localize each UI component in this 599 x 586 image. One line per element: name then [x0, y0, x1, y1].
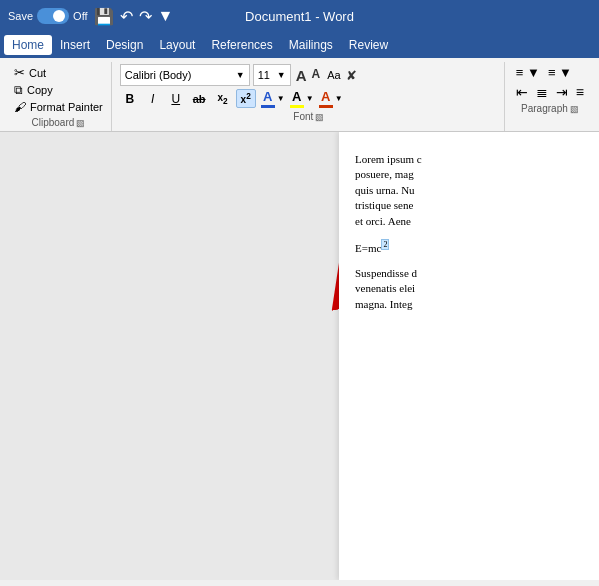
highlight-color-button[interactable]: A [288, 88, 306, 109]
font-section: Calibri (Body) ▼ 11 ▼ A A Aa ✘ B I U ab [114, 62, 505, 131]
highlight-color-letter: A [292, 89, 301, 104]
text-color-letter: A [321, 89, 330, 104]
copy-label: Copy [27, 84, 53, 96]
title-bar: Save Off 💾 ↶ ↷ ▼ Document1 - Word [0, 0, 599, 32]
font-color-bar [261, 105, 275, 108]
highlight-color-wrapper: A ▼ [288, 88, 314, 109]
font-color-dropdown-icon[interactable]: ▼ [277, 94, 285, 103]
copy-icon: ⧉ [14, 83, 23, 97]
font-color-letter: A [263, 89, 272, 104]
font-size-selector[interactable]: 11 ▼ [253, 64, 291, 86]
document-area: Lorem ipsum c posuere, mag quis urna. Nu… [0, 132, 599, 580]
menu-review[interactable]: Review [341, 35, 396, 55]
underline-button[interactable]: U [166, 91, 186, 107]
autosave-switch[interactable] [37, 8, 69, 24]
autosave-toggle[interactable]: Save Off [8, 8, 88, 24]
toggle-state-label: Off [73, 10, 87, 22]
font-size-value: 11 [258, 69, 270, 81]
paragraph-section-label: Paragraph ▧ [513, 101, 587, 117]
font-size-dropdown-icon[interactable]: ▼ [277, 70, 286, 80]
ribbon-row: ✂ Cut ⧉ Copy 🖌 Format Painter Clipboard … [6, 62, 593, 131]
menu-insert[interactable]: Insert [52, 35, 98, 55]
paragraph-section: ≡ ▼ ≡ ▼ ⇤ ≣ ⇥ ≡ Paragraph ▧ [507, 62, 593, 131]
cut-tool[interactable]: ✂ Cut [12, 64, 105, 81]
text-color-wrapper: A ▼ [317, 88, 343, 109]
font-size-buttons: A A [294, 67, 323, 84]
clear-formatting-button[interactable]: ✘ [346, 68, 357, 83]
font-name-value: Calibri (Body) [125, 69, 192, 81]
autosave-label: Save [8, 10, 33, 22]
redo-icon[interactable]: ↷ [139, 7, 152, 26]
ribbon: ✂ Cut ⧉ Copy 🖌 Format Painter Clipboard … [0, 58, 599, 132]
menu-references[interactable]: References [203, 35, 280, 55]
align-justify-button[interactable]: ≡ [573, 83, 587, 101]
font-expand-icon[interactable]: ▧ [315, 112, 324, 122]
text-color-bar [319, 105, 333, 108]
menu-design[interactable]: Design [98, 35, 151, 55]
font-color-wrapper: A ▼ [259, 88, 285, 109]
clipboard-expand-icon[interactable]: ▧ [76, 118, 85, 128]
cut-icon: ✂ [14, 65, 25, 80]
copy-tool[interactable]: ⧉ Copy [12, 82, 105, 98]
italic-button[interactable]: I [143, 91, 163, 107]
format-painter-icon: 🖌 [14, 100, 26, 114]
font-section-label: Font ▧ [120, 109, 498, 125]
document-title: Document1 - Word [245, 9, 354, 24]
menu-mailings[interactable]: Mailings [281, 35, 341, 55]
font-name-selector[interactable]: Calibri (Body) ▼ [120, 64, 250, 86]
menu-bar: Home Insert Design Layout References Mai… [0, 32, 599, 58]
change-case-button[interactable]: Aa [325, 69, 342, 81]
font-controls-bottom: B I U ab x2 x2 A ▼ A [120, 88, 498, 109]
format-painter-label: Format Painter [30, 101, 103, 113]
more-icon[interactable]: ▼ [158, 7, 174, 25]
doc-paragraph-2: Suspendisse d venenatis elei magna. Inte… [355, 266, 583, 312]
align-center-button[interactable]: ≣ [533, 83, 551, 101]
bullets-button[interactable]: ≡ ▼ [513, 64, 543, 81]
cut-label: Cut [29, 67, 46, 79]
superscript-2: 2 [381, 239, 389, 250]
toggle-knob [53, 10, 65, 22]
clipboard-label: Clipboard ▧ [12, 115, 105, 131]
doc-paragraph-1: Lorem ipsum c posuere, mag quis urna. Nu… [355, 152, 583, 229]
font-color-button[interactable]: A [259, 88, 277, 109]
bold-button[interactable]: B [120, 91, 140, 107]
paragraph-expand-icon[interactable]: ▧ [570, 104, 579, 114]
menu-home[interactable]: Home [4, 35, 52, 55]
format-painter-tool[interactable]: 🖌 Format Painter [12, 99, 105, 115]
highlight-color-bar [290, 105, 304, 108]
align-left-button[interactable]: ⇤ [513, 83, 531, 101]
strikethrough-button[interactable]: ab [189, 92, 210, 106]
numbering-button[interactable]: ≡ ▼ [545, 64, 575, 81]
font-controls-top: Calibri (Body) ▼ 11 ▼ A A Aa ✘ [120, 64, 498, 86]
text-color-dropdown-icon[interactable]: ▼ [335, 94, 343, 103]
decrease-font-size-button[interactable]: A [310, 67, 323, 84]
paragraph-controls-bottom: ⇤ ≣ ⇥ ≡ [513, 83, 587, 101]
menu-layout[interactable]: Layout [151, 35, 203, 55]
superscript-button[interactable]: x2 [236, 89, 256, 107]
increase-font-size-button[interactable]: A [294, 67, 309, 84]
clipboard-tools: ✂ Cut ⧉ Copy 🖌 Format Painter [12, 64, 105, 115]
doc-equation: E=mc2 [355, 239, 583, 256]
highlight-color-dropdown-icon[interactable]: ▼ [306, 94, 314, 103]
subscript-button[interactable]: x2 [213, 91, 233, 107]
paragraph-controls-top: ≡ ▼ ≡ ▼ [513, 64, 587, 81]
document-page[interactable]: Lorem ipsum c posuere, mag quis urna. Nu… [339, 132, 599, 580]
save-icon[interactable]: 💾 [94, 7, 114, 26]
undo-icon[interactable]: ↶ [120, 7, 133, 26]
font-name-dropdown-icon[interactable]: ▼ [236, 70, 245, 80]
clipboard-section: ✂ Cut ⧉ Copy 🖌 Format Painter Clipboard … [6, 62, 112, 131]
text-color-button[interactable]: A [317, 88, 335, 109]
title-bar-left: Save Off 💾 ↶ ↷ ▼ [8, 7, 173, 26]
align-right-button[interactable]: ⇥ [553, 83, 571, 101]
